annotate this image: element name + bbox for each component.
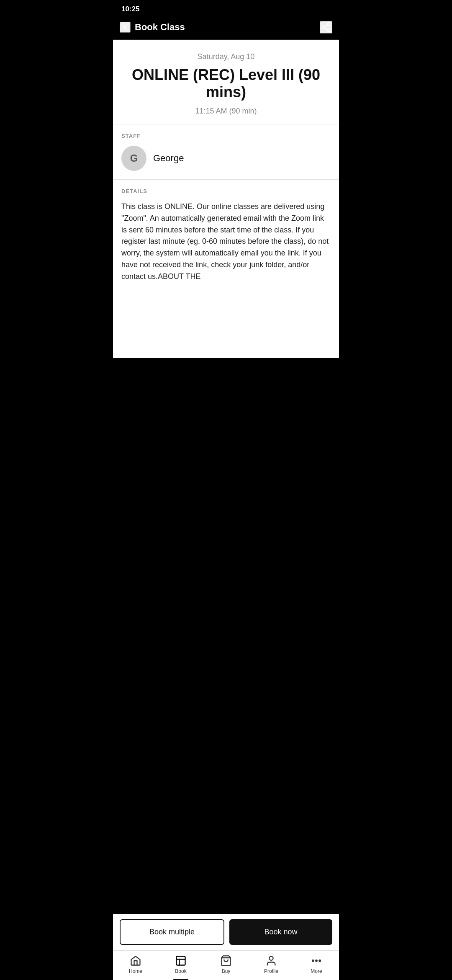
details-section: DETAILS This class is ONLINE. Our online… [113,180,339,291]
share-icon [321,22,331,33]
svg-line-4 [324,25,327,26]
class-header: Saturday, Aug 10 ONLINE (REC) Level III … [113,40,339,124]
nav-label-more: More [311,968,322,974]
book-icon [175,955,187,967]
svg-rect-5 [177,957,185,965]
bottom-nav: Home Book Buy Profile [113,950,339,980]
class-time: 11:15 AM (90 min) [121,107,331,116]
details-text: This class is ONLINE. Our online classes… [121,201,331,283]
staff-name: George [153,153,184,164]
status-time: 10:25 [121,5,139,13]
booking-buttons: Book multiple Book now [113,914,339,950]
staff-avatar: G [121,146,146,171]
home-icon [130,955,141,967]
svg-point-0 [327,23,330,26]
back-button[interactable] [120,22,131,33]
nav-label-home: Home [129,968,142,974]
nav-item-profile[interactable]: Profile [249,955,294,974]
svg-point-12 [319,960,321,962]
nav-item-book[interactable]: Book [158,955,203,974]
svg-point-11 [316,960,317,962]
share-button[interactable] [320,21,332,34]
nav-item-buy[interactable]: Buy [203,955,249,974]
nav-item-home[interactable]: Home [113,955,158,974]
main-content: Saturday, Aug 10 ONLINE (REC) Level III … [113,40,339,358]
details-label: DETAILS [121,188,331,194]
nav-bar: Book Class [113,17,339,40]
svg-point-9 [269,957,273,960]
more-icon [311,955,322,967]
svg-point-10 [312,960,314,962]
staff-section: STAFF G George [113,124,339,179]
staff-row: G George [121,146,331,171]
nav-label-book: Book [175,968,186,974]
profile-icon [265,955,277,967]
staff-label: STAFF [121,133,331,139]
svg-point-2 [327,29,330,32]
class-date: Saturday, Aug 10 [121,52,331,61]
nav-label-profile: Profile [264,968,278,974]
book-multiple-button[interactable]: Book multiple [120,919,224,945]
class-title: ONLINE (REC) Level III (90 mins) [121,66,331,101]
nav-item-more[interactable]: More [294,955,339,974]
back-arrow-icon [121,23,130,32]
nav-label-buy: Buy [222,968,231,974]
status-bar: 10:25 [113,0,339,17]
page-title: Book Class [135,22,185,33]
svg-line-3 [324,28,327,30]
buy-icon [220,955,232,967]
svg-point-1 [322,26,325,29]
book-now-button[interactable]: Book now [229,919,332,945]
